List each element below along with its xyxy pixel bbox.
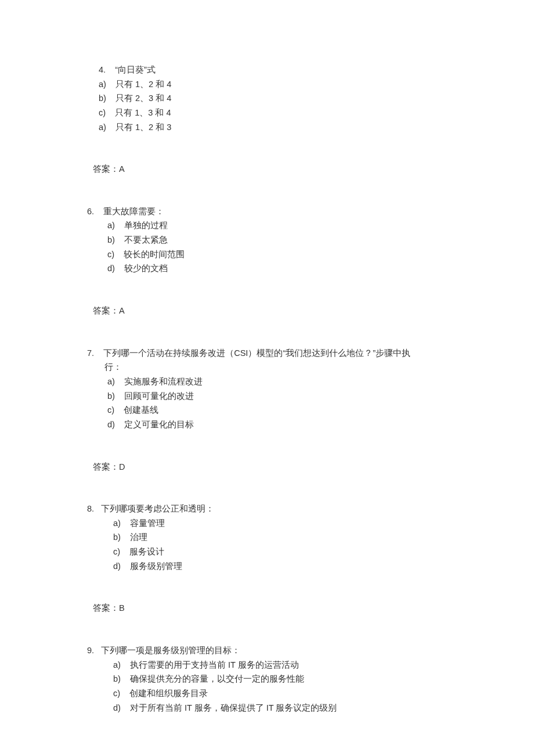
option-marker: a) [99,123,106,132]
option-text: 实施服务和流程改进 [124,377,203,386]
question-number: 8. [87,504,94,513]
option: d) 服务级别管理 [113,559,447,574]
option-marker: a) [107,377,115,386]
option-marker: a) [107,221,115,230]
option-text: 对于所有当前 IT 服务，确保提供了 IT 服务议定的级别 [130,703,337,712]
answer: 答案：A [87,304,447,318]
option: a) 执行需要的用于支持当前 IT 服务的运营活动 [113,658,447,672]
question-6: 6. 重大故障需要： a) 单独的过程 b) 不要太紧急 c) 较长的时间范围 … [87,204,447,318]
option: d) 较少的文档 [107,261,447,276]
answer: 答案：A [87,162,447,177]
option-marker: b) [113,532,121,542]
question-number: 7. [87,348,94,358]
option-text: 只有 1、3 和 4 [115,108,171,117]
option: c) 创建基线 [107,403,447,417]
option-text: 服务设计 [129,547,164,556]
question-9: 9. 下列哪一项是服务级别管理的目标： a) 执行需要的用于支持当前 IT 服务… [87,643,447,715]
question-stem: 8. 下列哪项要考虑公正和透明： [87,502,447,516]
option-text: 只有 1、2 和 3 [116,123,171,132]
document-page: 4. “向日葵”式 a) 只有 1、2 和 4 b) 只有 2、3 和 4 c)… [0,0,534,756]
option-marker: d) [107,264,115,273]
question-8: 8. 下列哪项要考虑公正和透明： a) 容量管理 b) 治理 c) 服务设计 d… [87,502,447,615]
option: d) 对于所有当前 IT 服务，确保提供了 IT 服务议定的级别 [113,701,447,715]
option-marker: c) [113,689,120,698]
option-text: 较长的时间范围 [124,250,185,259]
question-fragment: 4. “向日葵”式 a) 只有 1、2 和 4 b) 只有 2、3 和 4 c)… [87,63,447,177]
option-text: 不要太紧急 [124,235,168,244]
option: a) 容量管理 [113,516,447,531]
item-marker: 4. [99,65,106,74]
option: a) 只有 1、2 和 4 [99,77,447,92]
option-text: 回顾可量化的改进 [124,391,194,401]
option: a) 只有 1、2 和 3 [99,120,447,135]
option: b) 治理 [113,530,447,545]
option: d) 定义可量化的目标 [107,417,447,432]
question-text: 下列哪项要考虑公正和透明： [101,504,214,513]
option: c) 较长的时间范围 [107,247,447,262]
question-stem: 7. 下列哪一个活动在持续服务改进（CSI）模型的“我们想达到什么地位？”步骤中… [87,346,447,361]
option: c) 只有 1、3 和 4 [99,106,447,120]
list-item: 4. “向日葵”式 [99,63,447,77]
question-number: 6. [87,207,94,216]
question-stem: 9. 下列哪一项是服务级别管理的目标： [87,643,447,658]
option-marker: b) [107,391,115,401]
option-marker: d) [113,703,121,712]
answer: 答案：B [87,601,447,615]
option-text: 创建基线 [124,405,158,415]
option-marker: a) [113,519,121,528]
option-text: 执行需要的用于支持当前 IT 服务的运营活动 [130,660,299,669]
option-text: 定义可量化的目标 [124,420,194,429]
option: b) 回顾可量化的改进 [107,389,447,404]
question-text: 下列哪一个活动在持续服务改进（CSI）模型的“我们想达到什么地位？”步骤中执 [103,348,410,358]
option-text: 单独的过程 [124,221,168,230]
question-text: 重大故障需要： [103,207,164,216]
option: a) 单独的过程 [107,218,447,233]
option-marker: c) [107,405,114,415]
option-marker: c) [107,250,114,259]
option-text: 治理 [130,532,147,542]
option: a) 实施服务和流程改进 [107,375,447,389]
option: c) 服务设计 [113,545,447,559]
question-7: 7. 下列哪一个活动在持续服务改进（CSI）模型的“我们想达到什么地位？”步骤中… [87,346,447,474]
option-text: 创建和组织服务目录 [129,689,208,698]
option-text: 服务级别管理 [130,561,182,571]
option-text: 只有 1、2 和 4 [116,80,171,89]
option-marker: c) [99,108,106,117]
option-marker: a) [99,80,106,89]
option: c) 创建和组织服务目录 [113,686,447,701]
question-number: 9. [87,646,94,655]
option-marker: c) [113,547,120,556]
option-text: 较少的文档 [124,264,168,273]
option: b) 确保提供充分的容量，以交付一定的服务性能 [113,672,447,686]
option-marker: b) [99,93,106,103]
option-text: 容量管理 [130,519,165,528]
option: b) 不要太紧急 [107,233,447,247]
question-stem: 6. 重大故障需要： [87,204,447,219]
option-marker: d) [107,420,115,429]
option: b) 只有 2、3 和 4 [99,91,447,106]
question-stem-continued: 行： [87,360,447,375]
option-text: 只有 2、3 和 4 [116,93,171,103]
answer: 答案：D [87,460,447,474]
option-text: 确保提供充分的容量，以交付一定的服务性能 [130,674,304,683]
option-marker: a) [113,660,121,669]
item-text: “向日葵”式 [115,65,156,74]
option-marker: b) [113,674,121,683]
option-marker: b) [107,235,115,244]
option-marker: d) [113,561,121,571]
question-text: 下列哪一项是服务级别管理的目标： [101,646,240,655]
